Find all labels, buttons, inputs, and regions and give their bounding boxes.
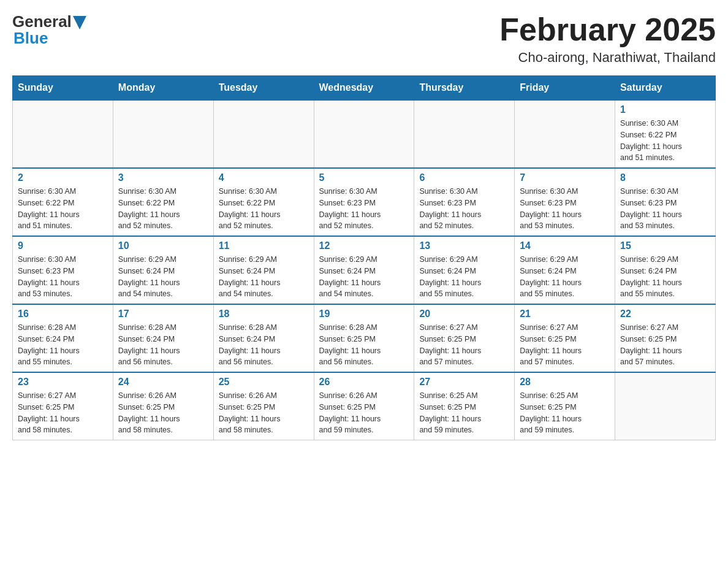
day-info: Sunrise: 6:30 AM Sunset: 6:22 PM Dayligh…	[219, 186, 309, 232]
day-number: 28	[520, 377, 610, 388]
table-row	[615, 372, 716, 440]
day-info: Sunrise: 6:25 AM Sunset: 6:25 PM Dayligh…	[419, 390, 509, 436]
table-row: 9Sunrise: 6:30 AM Sunset: 6:23 PM Daylig…	[13, 236, 113, 304]
day-info: Sunrise: 6:25 AM Sunset: 6:25 PM Dayligh…	[520, 390, 610, 436]
page-title: February 2025	[499, 12, 716, 47]
day-number: 15	[620, 240, 710, 251]
table-row: 18Sunrise: 6:28 AM Sunset: 6:24 PM Dayli…	[213, 304, 314, 372]
table-row: 26Sunrise: 6:26 AM Sunset: 6:25 PM Dayli…	[314, 372, 414, 440]
day-number: 4	[219, 172, 309, 183]
title-block: February 2025 Cho-airong, Narathiwat, Th…	[499, 12, 716, 66]
day-info: Sunrise: 6:30 AM Sunset: 6:23 PM Dayligh…	[319, 186, 409, 232]
day-number: 21	[520, 308, 610, 320]
col-friday: Friday	[515, 76, 615, 101]
day-info: Sunrise: 6:30 AM Sunset: 6:23 PM Dayligh…	[419, 186, 509, 232]
table-row: 2Sunrise: 6:30 AM Sunset: 6:22 PM Daylig…	[13, 168, 113, 236]
day-number: 27	[419, 377, 509, 388]
day-info: Sunrise: 6:29 AM Sunset: 6:24 PM Dayligh…	[419, 254, 509, 300]
day-info: Sunrise: 6:27 AM Sunset: 6:25 PM Dayligh…	[419, 322, 509, 368]
day-number: 2	[18, 172, 108, 183]
table-row: 7Sunrise: 6:30 AM Sunset: 6:23 PM Daylig…	[515, 168, 615, 236]
day-number: 6	[419, 172, 509, 183]
day-info: Sunrise: 6:28 AM Sunset: 6:24 PM Dayligh…	[18, 322, 108, 368]
page-header: General Blue February 2025 Cho-airong, N…	[12, 12, 716, 66]
day-number: 23	[18, 377, 108, 388]
table-row: 21Sunrise: 6:27 AM Sunset: 6:25 PM Dayli…	[515, 304, 615, 372]
day-info: Sunrise: 6:28 AM Sunset: 6:24 PM Dayligh…	[219, 322, 309, 368]
table-row: 28Sunrise: 6:25 AM Sunset: 6:25 PM Dayli…	[515, 372, 615, 440]
day-info: Sunrise: 6:29 AM Sunset: 6:24 PM Dayligh…	[319, 254, 409, 300]
day-number: 20	[419, 308, 509, 320]
table-row	[13, 100, 113, 168]
calendar-header-row: Sunday Monday Tuesday Wednesday Thursday…	[13, 76, 716, 101]
day-info: Sunrise: 6:29 AM Sunset: 6:24 PM Dayligh…	[118, 254, 208, 300]
table-row: 12Sunrise: 6:29 AM Sunset: 6:24 PM Dayli…	[314, 236, 414, 304]
day-number: 26	[319, 377, 409, 388]
table-row: 1Sunrise: 6:30 AM Sunset: 6:22 PM Daylig…	[615, 100, 716, 168]
table-row: 17Sunrise: 6:28 AM Sunset: 6:24 PM Dayli…	[113, 304, 213, 372]
logo: General Blue	[12, 12, 86, 48]
day-number: 13	[419, 240, 509, 251]
table-row: 11Sunrise: 6:29 AM Sunset: 6:24 PM Dayli…	[213, 236, 314, 304]
day-info: Sunrise: 6:30 AM Sunset: 6:22 PM Dayligh…	[18, 186, 108, 232]
day-number: 11	[219, 240, 309, 251]
table-row	[414, 100, 515, 168]
logo-blue-text: Blue	[13, 29, 48, 48]
day-info: Sunrise: 6:27 AM Sunset: 6:25 PM Dayligh…	[520, 322, 610, 368]
day-number: 1	[620, 104, 710, 115]
svg-marker-0	[73, 16, 86, 29]
table-row: 13Sunrise: 6:29 AM Sunset: 6:24 PM Dayli…	[414, 236, 515, 304]
day-info: Sunrise: 6:28 AM Sunset: 6:25 PM Dayligh…	[319, 322, 409, 368]
day-number: 10	[118, 240, 208, 251]
day-number: 16	[18, 308, 108, 320]
day-info: Sunrise: 6:30 AM Sunset: 6:22 PM Dayligh…	[620, 118, 710, 164]
day-number: 17	[118, 308, 208, 320]
calendar-week-row: 16Sunrise: 6:28 AM Sunset: 6:24 PM Dayli…	[13, 304, 716, 372]
table-row: 6Sunrise: 6:30 AM Sunset: 6:23 PM Daylig…	[414, 168, 515, 236]
day-info: Sunrise: 6:30 AM Sunset: 6:23 PM Dayligh…	[520, 186, 610, 232]
table-row: 8Sunrise: 6:30 AM Sunset: 6:23 PM Daylig…	[615, 168, 716, 236]
table-row	[515, 100, 615, 168]
table-row: 16Sunrise: 6:28 AM Sunset: 6:24 PM Dayli…	[13, 304, 113, 372]
col-saturday: Saturday	[615, 76, 716, 101]
day-info: Sunrise: 6:26 AM Sunset: 6:25 PM Dayligh…	[219, 390, 309, 436]
day-info: Sunrise: 6:29 AM Sunset: 6:24 PM Dayligh…	[520, 254, 610, 300]
day-number: 14	[520, 240, 610, 251]
table-row: 24Sunrise: 6:26 AM Sunset: 6:25 PM Dayli…	[113, 372, 213, 440]
day-info: Sunrise: 6:26 AM Sunset: 6:25 PM Dayligh…	[118, 390, 208, 436]
table-row: 14Sunrise: 6:29 AM Sunset: 6:24 PM Dayli…	[515, 236, 615, 304]
day-info: Sunrise: 6:29 AM Sunset: 6:24 PM Dayligh…	[620, 254, 710, 300]
col-monday: Monday	[113, 76, 213, 101]
day-number: 24	[118, 377, 208, 388]
table-row: 19Sunrise: 6:28 AM Sunset: 6:25 PM Dayli…	[314, 304, 414, 372]
col-sunday: Sunday	[13, 76, 113, 101]
day-number: 5	[319, 172, 409, 183]
table-row: 23Sunrise: 6:27 AM Sunset: 6:25 PM Dayli…	[13, 372, 113, 440]
day-info: Sunrise: 6:27 AM Sunset: 6:25 PM Dayligh…	[620, 322, 710, 368]
table-row: 27Sunrise: 6:25 AM Sunset: 6:25 PM Dayli…	[414, 372, 515, 440]
table-row: 22Sunrise: 6:27 AM Sunset: 6:25 PM Dayli…	[615, 304, 716, 372]
table-row: 20Sunrise: 6:27 AM Sunset: 6:25 PM Dayli…	[414, 304, 515, 372]
table-row: 25Sunrise: 6:26 AM Sunset: 6:25 PM Dayli…	[213, 372, 314, 440]
calendar-table: Sunday Monday Tuesday Wednesday Thursday…	[12, 75, 716, 440]
page-subtitle: Cho-airong, Narathiwat, Thailand	[499, 50, 716, 66]
day-number: 8	[620, 172, 710, 183]
logo-general-text: General	[12, 12, 72, 31]
table-row: 3Sunrise: 6:30 AM Sunset: 6:22 PM Daylig…	[113, 168, 213, 236]
day-number: 19	[319, 308, 409, 320]
day-number: 12	[319, 240, 409, 251]
table-row	[113, 100, 213, 168]
day-number: 7	[520, 172, 610, 183]
day-info: Sunrise: 6:30 AM Sunset: 6:22 PM Dayligh…	[118, 186, 208, 232]
table-row: 10Sunrise: 6:29 AM Sunset: 6:24 PM Dayli…	[113, 236, 213, 304]
col-thursday: Thursday	[414, 76, 515, 101]
col-tuesday: Tuesday	[213, 76, 314, 101]
day-number: 3	[118, 172, 208, 183]
calendar-week-row: 1Sunrise: 6:30 AM Sunset: 6:22 PM Daylig…	[13, 100, 716, 168]
day-info: Sunrise: 6:27 AM Sunset: 6:25 PM Dayligh…	[18, 390, 108, 436]
day-number: 9	[18, 240, 108, 251]
table-row: 5Sunrise: 6:30 AM Sunset: 6:23 PM Daylig…	[314, 168, 414, 236]
table-row	[213, 100, 314, 168]
day-info: Sunrise: 6:26 AM Sunset: 6:25 PM Dayligh…	[319, 390, 409, 436]
logo-triangle-icon	[73, 16, 86, 29]
